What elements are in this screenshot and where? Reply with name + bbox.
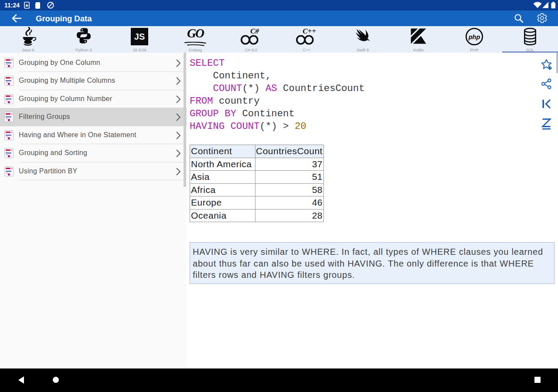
svg-text:C++: C++ xyxy=(303,27,316,35)
svg-text:php: php xyxy=(468,34,480,41)
svg-text:C#: C# xyxy=(250,27,259,35)
